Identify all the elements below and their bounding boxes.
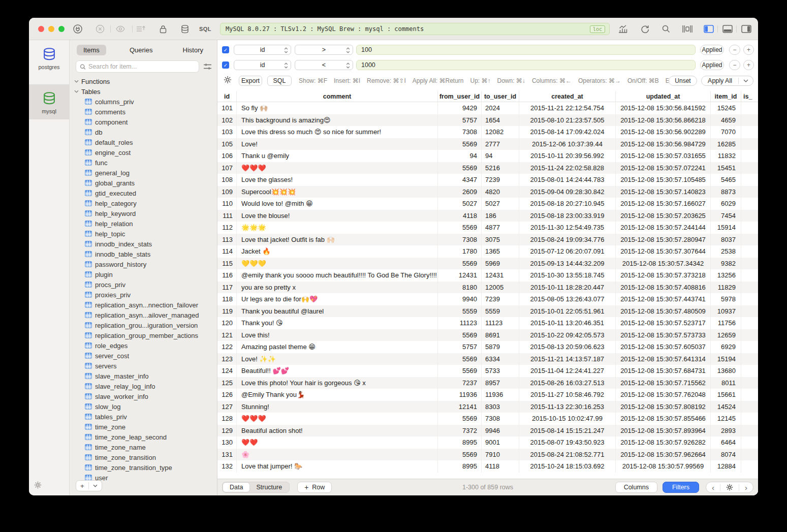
panel-left-icon[interactable] (703, 24, 714, 34)
table-row[interactable]: 102 This background is amazing😍 5757 165… (217, 114, 758, 127)
chevron-right-icon[interactable]: › (739, 484, 753, 491)
table-row[interactable]: 121 Love this! 5569 8691 2015-10-22 09:4… (217, 329, 758, 341)
table-list-item[interactable]: servers (70, 361, 217, 371)
zoom-button[interactable] (58, 26, 65, 32)
panel-right-icon[interactable] (741, 24, 752, 34)
table-list-item[interactable]: default_roles (70, 137, 217, 147)
tree-section-functions[interactable]: Functions (70, 76, 217, 86)
table-row[interactable]: 103 Love this dress so much 😍 so nice fo… (217, 126, 758, 138)
sql-button[interactable]: SQL (267, 76, 292, 86)
table-list-item[interactable]: columns_priv (70, 97, 217, 107)
minimize-button[interactable] (48, 26, 54, 32)
item-search-input[interactable] (88, 63, 195, 70)
table-list-item[interactable]: slow_log (70, 401, 217, 412)
table-list-item[interactable]: global_grants (70, 178, 217, 188)
table-list-item[interactable]: innodb_table_stats (70, 249, 217, 259)
lock-icon[interactable] (158, 24, 169, 34)
remove-filter-button[interactable]: − (729, 60, 740, 70)
table-list-item[interactable]: help_keyword (70, 208, 217, 218)
table-row[interactable]: 111 Love the blouse! 4118 186 2015-08-18… (217, 210, 758, 222)
filter-checkbox[interactable]: ✓ (222, 46, 229, 53)
table-row[interactable]: 124 Beautiful!! 💕💕 5569 5733 2015-11-04 … (217, 365, 758, 377)
tab-data[interactable]: Data (223, 483, 249, 492)
applied-button[interactable]: Applied (700, 60, 724, 70)
filter-settings-gear-icon[interactable] (224, 76, 232, 86)
table-list-item[interactable]: password_history (70, 259, 217, 269)
table-row[interactable]: 107 ❤️❤️❤️ 5569 5216 2015-11-24 22:02:58… (217, 162, 758, 174)
panel-bottom-icon[interactable] (722, 24, 733, 34)
table-list-item[interactable]: slave_worker_info (70, 391, 217, 401)
table-row[interactable]: 101 So fly 🙌🏼 9429 2024 2015-11-21 22:12… (217, 102, 758, 114)
table-row[interactable]: 128 ❤️❤️❤️ 5569 7308 2015-10-15 10:02:47… (217, 413, 758, 425)
column-header-to-user-id[interactable]: to_user_id (482, 91, 519, 102)
table-list-item[interactable]: replication_group_member_actions (70, 330, 217, 340)
tree-section-tables[interactable]: Tables (70, 86, 217, 97)
table-list-item[interactable]: tables_priv (70, 412, 217, 422)
filter-sliders-icon[interactable] (203, 63, 212, 70)
add-filter-button[interactable]: + (743, 60, 754, 70)
column-header-is[interactable]: is_ (741, 91, 758, 102)
table-list-item[interactable]: server_cost (70, 351, 217, 361)
tab-structure[interactable]: Structure (249, 483, 289, 492)
table-list-item[interactable]: component (70, 117, 217, 127)
filter-value-input[interactable] (356, 60, 696, 70)
disconnect-icon[interactable] (95, 24, 106, 34)
table-list-item[interactable]: gtid_executed (70, 188, 217, 198)
filter-column-select[interactable]: id (234, 45, 291, 55)
table-list-item[interactable]: time_zone_transition_type (70, 462, 217, 473)
table-list-item[interactable]: innodb_index_stats (70, 239, 217, 249)
sidebar-settings-gear-icon[interactable] (34, 481, 42, 491)
table-list-item[interactable]: replication_grou...iguration_version (70, 320, 217, 330)
column-header-id[interactable]: id (217, 91, 237, 102)
table-row[interactable]: 112 🌟🌟🌟 5569 4877 2015-11-30 12:54:49.73… (217, 222, 758, 234)
filter-checkbox[interactable]: ✓ (222, 61, 229, 69)
table-list-item[interactable]: proxies_priv (70, 290, 217, 300)
table-row[interactable]: 117 you are so pretty x 8180 12005 2015-… (217, 281, 758, 294)
filter-operator-select[interactable]: < (295, 60, 353, 70)
table-list-item[interactable]: func (70, 158, 217, 168)
table-row[interactable]: 116 @emily thank you soooo much beautifu… (217, 269, 758, 281)
connection-postgres[interactable]: postgres (29, 40, 69, 75)
export-rows-icon[interactable] (135, 24, 146, 34)
tab-items[interactable]: Items (77, 45, 106, 55)
remove-filter-button[interactable]: − (729, 45, 740, 55)
table-row[interactable]: 105 Love! 5569 2777 2015-12-06 10:37:39.… (217, 138, 758, 150)
tab-queries[interactable]: Queries (123, 45, 160, 55)
table-row[interactable]: 118 Ur legs are to die for🙌💖 9940 7239 2… (217, 293, 758, 305)
connection-mysql[interactable]: mysql (29, 84, 69, 119)
table-row[interactable]: 122 Amazing pastel theme 😁 5757 5879 201… (217, 341, 758, 353)
search-icon[interactable] (660, 24, 672, 34)
close-button[interactable] (38, 26, 44, 32)
table-list-item[interactable]: engine_cost (70, 147, 217, 158)
filters-button[interactable]: Filters (663, 482, 699, 493)
add-filter-button[interactable]: + (743, 45, 754, 55)
table-row[interactable]: 129 Beautiful action shot! 7372 9946 201… (217, 425, 758, 437)
fit-columns-icon[interactable] (682, 24, 693, 34)
column-header-updated-at[interactable]: updated_at (616, 91, 711, 102)
table-row[interactable]: 123 Love! ✨✨ 5569 6334 2015-11-21 14:13:… (217, 353, 758, 365)
table-list-item[interactable]: time_zone_leap_second (70, 432, 217, 442)
add-item-button[interactable]: + (76, 480, 102, 491)
chevron-left-icon[interactable]: ‹ (706, 484, 720, 491)
tab-history[interactable]: History (176, 45, 210, 55)
table-row[interactable]: 110 Would love to! @mith 😁 5027 5027 201… (217, 198, 758, 210)
table-row[interactable]: 115 💛💛💛 5569 5969 2015-09-13 14:44:32.20… (217, 258, 758, 270)
connect-icon[interactable] (72, 24, 83, 34)
table-list-item[interactable]: comments (70, 107, 217, 117)
table-list-item[interactable]: help_relation (70, 218, 217, 229)
table-row[interactable]: 113 Love that jacket! Outfit is fab 🙌🏻 7… (217, 234, 758, 246)
column-header-created-at[interactable]: created_at (519, 91, 616, 102)
table-list-item[interactable]: replication_asyn...nnection_failover (70, 300, 217, 310)
table-row[interactable]: 119 Thank you beautiful @laurel 5559 555… (217, 305, 758, 318)
sql-icon[interactable]: SQL (200, 24, 211, 34)
table-list-item[interactable]: help_topic (70, 229, 217, 239)
table-row[interactable]: 125 Love this photo! Your hair is gorgeo… (217, 377, 758, 389)
table-list-item[interactable]: slave_relay_log_info (70, 381, 217, 391)
applied-button[interactable]: Applied (700, 45, 724, 55)
export-button[interactable]: Export (239, 76, 262, 86)
apply-all-button[interactable]: Apply All (701, 76, 753, 86)
database-icon[interactable] (179, 24, 191, 34)
table-row[interactable]: 108 Love the glasses! 4347 7239 2015-08-… (217, 174, 758, 186)
table-row[interactable]: 114 Jacket 🔥 1780 1365 2015-07-12 06:20:… (217, 245, 758, 258)
column-header-from-user-id[interactable]: from_user_id (438, 91, 482, 102)
